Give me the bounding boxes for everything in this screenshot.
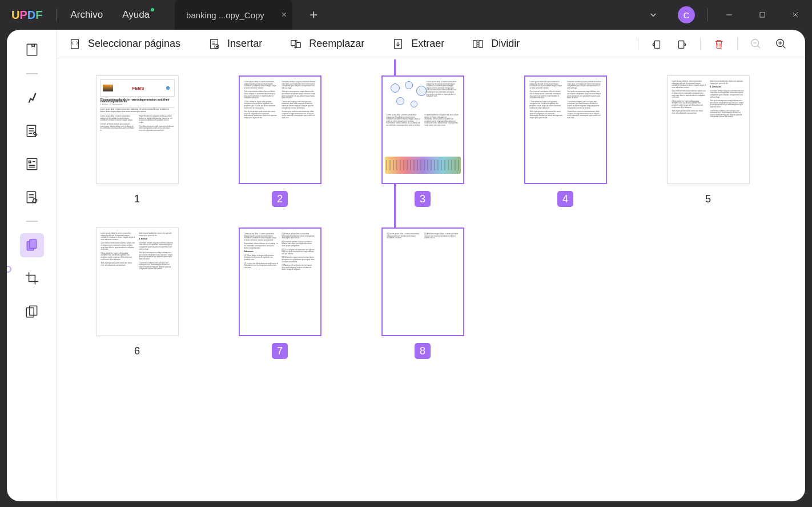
- page-preview[interactable]: [8] Lorem ipsum dolor sit amet consectet…: [381, 227, 464, 336]
- maximize-button[interactable]: [746, 0, 779, 30]
- page-number-label: 8: [415, 343, 431, 359]
- svg-rect-7: [29, 239, 36, 248]
- page-thumbnail-1[interactable]: FEBS Glycosphingolipids in neurodegenera…: [86, 75, 188, 207]
- svg-rect-3: [27, 158, 37, 170]
- page-preview[interactable]: Lorem ipsum dolor sit amet consectetur a…: [381, 75, 464, 184]
- page-number-label: 6: [129, 343, 145, 359]
- close-tab-icon[interactable]: ×: [282, 10, 287, 20]
- separator: [700, 38, 701, 50]
- separator: [638, 38, 638, 50]
- svg-rect-9: [29, 306, 37, 315]
- notification-dot: [151, 8, 154, 11]
- sidebar-ocr-icon[interactable]: [20, 185, 44, 209]
- page-number-label: 5: [700, 191, 716, 207]
- page-preview[interactable]: FEBS Glycosphingolipids in neurodegenera…: [96, 75, 179, 184]
- svg-rect-14: [296, 42, 300, 47]
- dropdown-icon[interactable]: [637, 0, 670, 30]
- separator: [708, 9, 708, 21]
- titlebar: UPDF Archivo Ayuda banking ...opy_Copy ×…: [0, 0, 812, 30]
- page-thumbnail-4[interactable]: Lorem ipsum dolor sit amet consectetur a…: [514, 75, 617, 207]
- minimize-button[interactable]: [713, 0, 746, 30]
- sidebar-compare-icon[interactable]: [20, 300, 44, 324]
- sidebar-separator: [26, 73, 38, 74]
- left-sidebar: [7, 30, 57, 501]
- titlebar-right: C: [637, 0, 812, 30]
- svg-rect-4: [29, 161, 30, 163]
- svg-rect-17: [479, 40, 483, 47]
- rotate-left-icon[interactable]: [644, 31, 669, 57]
- svg-rect-18: [654, 41, 660, 48]
- pages-area: FEBS Glycosphingolipids in neurodegenera…: [57, 58, 805, 501]
- app-logo: UPDF: [11, 9, 42, 22]
- page-number-label: 3: [415, 191, 431, 207]
- menu-ayuda[interactable]: Ayuda: [122, 9, 150, 21]
- app-body: Seleccionar páginas Insertar Reemplazar …: [7, 30, 805, 501]
- user-avatar[interactable]: C: [670, 0, 703, 30]
- page-number-label: 4: [557, 191, 573, 207]
- page-thumbnail-6[interactable]: Lorem ipsum dolor sit amet consectetur a…: [86, 227, 188, 359]
- page-toolbar: Seleccionar páginas Insertar Reemplazar …: [57, 30, 805, 58]
- page-thumbnail-7[interactable]: Lorem ipsum dolor sit amet consectetur a…: [228, 227, 331, 359]
- page-thumbnail-3[interactable]: Lorem ipsum dolor sit amet consectetur a…: [371, 75, 474, 207]
- delete-icon[interactable]: [706, 31, 731, 57]
- svg-rect-10: [71, 39, 79, 49]
- document-tab[interactable]: banking ...opy_Copy ×: [175, 0, 292, 30]
- page-preview[interactable]: Lorem ipsum dolor sit amet consectetur a…: [524, 75, 607, 184]
- toolbar-right: [632, 31, 794, 57]
- sidebar-separator: [26, 221, 38, 222]
- svg-rect-16: [473, 40, 477, 47]
- sidebar-edit-icon[interactable]: [20, 119, 44, 143]
- svg-rect-19: [679, 41, 684, 48]
- extract-button[interactable]: Extraer: [392, 38, 444, 50]
- page-number-label: 1: [129, 191, 145, 207]
- page-preview[interactable]: Lorem ipsum dolor sit amet consectetur a…: [239, 227, 321, 336]
- pages-grid: FEBS Glycosphingolipids in neurodegenera…: [86, 75, 759, 359]
- svg-rect-0: [760, 13, 765, 17]
- rotate-right-icon[interactable]: [669, 31, 694, 57]
- zoom-out-icon[interactable]: [743, 31, 769, 57]
- svg-rect-8: [26, 308, 34, 317]
- page-preview[interactable]: Lorem ipsum dolor sit amet consectetur a…: [667, 75, 750, 184]
- zoom-in-icon[interactable]: [769, 31, 794, 57]
- select-pages-button[interactable]: Seleccionar páginas: [69, 38, 180, 50]
- new-tab-button[interactable]: +: [309, 7, 317, 23]
- split-button[interactable]: Dividir: [472, 38, 520, 50]
- tab-title: banking ...opy_Copy: [186, 10, 264, 20]
- sidebar-form-icon[interactable]: [20, 152, 44, 176]
- sidebar-annotate-icon[interactable]: [20, 86, 44, 110]
- page-preview[interactable]: Lorem ipsum dolor sit amet consectetur a…: [96, 227, 179, 336]
- page-thumbnail-8[interactable]: [8] Lorem ipsum dolor sit amet consectet…: [371, 227, 474, 359]
- insert-button[interactable]: Insertar: [208, 38, 262, 50]
- svg-rect-13: [291, 40, 295, 45]
- page-number-label: 2: [272, 191, 288, 207]
- menu-archivo[interactable]: Archivo: [70, 9, 103, 21]
- page-preview[interactable]: Lorem ipsum dolor sit amet consectetur a…: [239, 75, 321, 184]
- separator: [737, 38, 738, 50]
- close-window-button[interactable]: [779, 0, 812, 30]
- separator: [56, 9, 57, 21]
- sidebar-reader-icon[interactable]: [20, 38, 44, 62]
- page-thumbnail-2[interactable]: Lorem ipsum dolor sit amet consectetur a…: [228, 75, 331, 207]
- page-number-label: 7: [272, 343, 288, 359]
- main-area: Seleccionar páginas Insertar Reemplazar …: [57, 30, 805, 501]
- replace-button[interactable]: Reemplazar: [290, 38, 364, 50]
- page-thumbnail-5[interactable]: Lorem ipsum dolor sit amet consectetur a…: [657, 75, 759, 207]
- sidebar-organize-pages-icon[interactable]: [20, 233, 44, 257]
- active-indicator: [7, 266, 11, 273]
- sidebar-crop-icon[interactable]: [20, 266, 44, 290]
